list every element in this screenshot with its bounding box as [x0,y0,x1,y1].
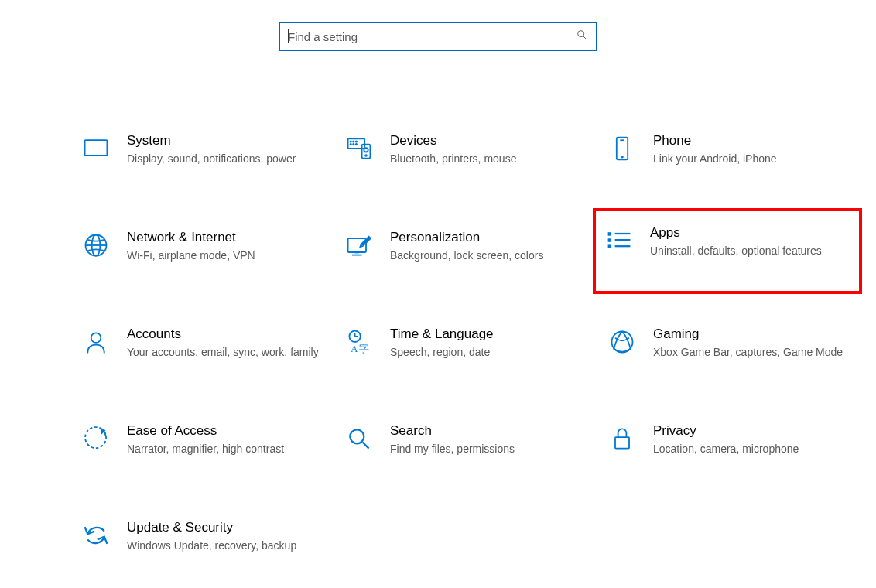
tile-subtitle: Display, sound, notifications, power [127,152,322,166]
tile-phone[interactable]: Phone Link your Android, iPhone [604,128,851,171]
svg-rect-24 [608,238,612,242]
tile-time-language[interactable]: A 字 Time & Language Speech, region, date [340,322,588,364]
svg-text:A: A [351,343,358,354]
personalization-icon [344,230,375,261]
tile-title: Time & Language [390,326,585,342]
tile-subtitle: Location, camera, microphone [653,442,848,456]
tile-title: Update & Security [127,520,322,535]
tile-title: Privacy [653,423,848,439]
svg-line-37 [363,442,369,448]
privacy-icon [607,423,638,454]
tile-subtitle: Find my files, permissions [390,442,585,456]
svg-rect-25 [608,244,612,248]
svg-point-36 [350,429,364,443]
tile-title: Accounts [127,326,322,342]
text-caret [288,29,289,43]
svg-rect-38 [615,437,629,448]
search-box[interactable] [279,22,597,51]
tile-title: Ease of Access [127,423,322,439]
tile-network[interactable]: Network & Internet Wi-Fi, airplane mode,… [77,225,325,268]
network-icon [80,230,111,261]
tile-subtitle: Speech, region, date [390,345,585,360]
svg-point-13 [365,155,367,156]
svg-line-1 [583,36,586,39]
tile-system[interactable]: System Display, sound, notifications, po… [77,128,325,171]
svg-point-7 [356,141,357,142]
tile-title: Network & Internet [127,230,322,245]
svg-point-9 [353,144,354,145]
svg-point-29 [91,333,101,343]
tile-subtitle: Wi-Fi, airplane mode, VPN [127,248,322,263]
tile-subtitle: Uninstall, defaults, optional features [650,244,851,258]
tile-subtitle: Link your Android, iPhone [653,152,848,166]
tile-apps[interactable]: Apps Uninstall, defaults, optional featu… [593,208,862,294]
svg-rect-2 [85,140,108,156]
tile-ease-of-access[interactable]: Ease of Access Narrator, magnifier, high… [77,419,325,461]
gaming-icon [607,326,638,357]
settings-grid: System Display, sound, notifications, po… [0,128,876,557]
svg-point-12 [364,148,368,152]
svg-point-8 [350,144,351,145]
svg-point-5 [350,141,351,142]
tile-title: Search [390,423,585,439]
svg-text:字: 字 [359,342,369,354]
tile-privacy[interactable]: Privacy Location, camera, microphone [604,419,851,461]
svg-rect-23 [608,232,612,236]
tile-subtitle: Background, lock screen, colors [390,248,585,263]
search-input[interactable] [288,30,576,43]
apps-icon [604,225,635,256]
svg-point-16 [621,156,623,158]
phone-icon [607,133,638,164]
tile-title: Phone [653,133,848,149]
accounts-icon [80,326,111,357]
tile-search[interactable]: Search Find my files, permissions [340,419,588,461]
time-language-icon: A 字 [344,326,375,357]
tile-accounts[interactable]: Accounts Your accounts, email, sync, wor… [77,322,325,364]
tile-subtitle: Windows Update, recovery, backup [127,538,322,553]
tile-subtitle: Bluetooth, printers, mouse [390,152,585,166]
tile-subtitle: Your accounts, email, sync, work, family [127,345,322,360]
tile-update-security[interactable]: Update & Security Windows Update, recove… [77,515,325,558]
tile-title: Gaming [653,326,848,342]
tile-title: Devices [390,133,585,149]
tile-gaming[interactable]: Gaming Xbox Game Bar, captures, Game Mod… [604,322,851,364]
search-icon [576,29,588,44]
svg-point-0 [578,31,584,37]
svg-point-10 [356,144,357,145]
svg-point-6 [353,141,354,142]
system-icon [80,133,111,164]
tile-personalization[interactable]: Personalization Background, lock screen,… [340,225,588,268]
tile-devices[interactable]: Devices Bluetooth, printers, mouse [340,128,588,171]
tile-title: Personalization [390,230,585,245]
devices-icon [344,133,375,164]
tile-subtitle: Narrator, magnifier, high contrast [127,442,322,456]
update-security-icon [80,520,111,551]
ease-of-access-icon [80,423,111,454]
tile-title: System [127,133,322,149]
tile-title: Apps [650,225,851,241]
search-category-icon [344,423,375,454]
tile-subtitle: Xbox Game Bar, captures, Game Mode [653,345,848,360]
